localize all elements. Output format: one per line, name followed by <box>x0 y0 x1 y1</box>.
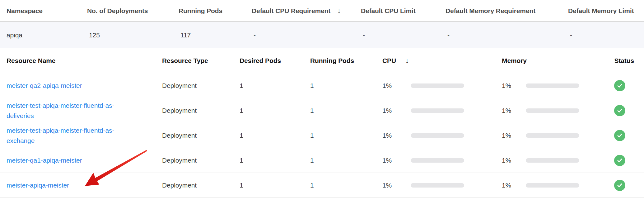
resource-type: Deployment <box>162 132 240 139</box>
status-healthy-icon <box>614 130 625 141</box>
table-row: meister-qa2-apiqa-meister Deployment 1 1… <box>0 73 644 98</box>
col-header-default-cpu-requirement-label: Default CPU Requirement <box>252 7 330 15</box>
memory-usage-bar <box>526 83 579 88</box>
cpu-usage-bar <box>411 158 464 163</box>
col-header-status[interactable]: Status <box>614 57 634 64</box>
col-header-deployments[interactable]: No. of Deployments <box>87 7 179 15</box>
desired-pods-value: 1 <box>240 132 310 139</box>
namespace-running-pods-count: 117 <box>179 31 252 39</box>
namespace-default-memory-requirement: - <box>446 31 568 39</box>
col-header-namespace[interactable]: Namespace <box>7 7 87 15</box>
namespace-deployments-view: Namespace No. of Deployments Running Pod… <box>0 0 644 200</box>
cpu-usage-bar <box>411 108 464 113</box>
col-header-resource-type[interactable]: Resource Type <box>162 57 240 64</box>
cpu-percent-value: 1% <box>382 107 400 114</box>
cpu-percent-value: 1% <box>382 182 400 189</box>
running-pods-value: 1 <box>310 182 382 189</box>
col-header-default-cpu-limit[interactable]: Default CPU Limit <box>361 7 446 15</box>
resource-link-meister-apiqa-meister[interactable]: meister-apiqa-meister <box>7 182 69 189</box>
resource-type: Deployment <box>162 107 240 114</box>
namespace-default-memory-limit: - <box>568 31 638 39</box>
namespace-table-header: Namespace No. of Deployments Running Pod… <box>0 0 644 22</box>
cpu-percent-value: 1% <box>382 157 400 164</box>
col-header-cpu[interactable]: CPU ↓ <box>382 57 502 65</box>
resource-link-meister-qa1-apiqa-meister[interactable]: meister-qa1-apiqa-meister <box>7 157 82 164</box>
memory-percent-value: 1% <box>502 182 519 189</box>
sort-descending-icon[interactable]: ↓ <box>405 57 409 65</box>
table-row: meister-apiqa-meister Deployment 1 1 1% … <box>0 173 644 198</box>
namespace-row-apiqa[interactable]: apiqa 125 117 - - - - <box>0 22 644 48</box>
col-header-default-memory-limit[interactable]: Default Memory Limit <box>568 7 638 15</box>
running-pods-value: 1 <box>310 132 382 139</box>
memory-percent-value: 1% <box>502 82 519 89</box>
memory-usage-bar <box>526 158 579 163</box>
namespace-deployments-count: 125 <box>87 31 179 39</box>
memory-percent-value: 1% <box>502 132 519 139</box>
table-row: meister-test-apiqa-meister-fluentd-as-ex… <box>0 123 644 148</box>
cpu-percent-value: 1% <box>382 82 400 89</box>
status-healthy-icon <box>614 80 625 91</box>
cpu-usage-bar <box>411 183 464 188</box>
memory-percent-value: 1% <box>502 157 519 164</box>
table-row: meister-qa1-apiqa-meister Deployment 1 1… <box>0 148 644 173</box>
namespace-name: apiqa <box>7 31 87 39</box>
desired-pods-value: 1 <box>240 182 310 189</box>
resource-type: Deployment <box>162 82 240 89</box>
col-header-default-memory-requirement[interactable]: Default Memory Requirement <box>446 7 568 15</box>
desired-pods-value: 1 <box>240 82 310 89</box>
running-pods-value: 1 <box>310 157 382 164</box>
memory-percent-value: 1% <box>502 107 519 114</box>
col-header-default-cpu-requirement[interactable]: Default CPU Requirement ↓ <box>252 7 361 15</box>
desired-pods-value: 1 <box>240 157 310 164</box>
status-healthy-icon <box>614 105 625 116</box>
memory-usage-bar <box>526 133 579 138</box>
resource-link-meister-test-apiqa-meister-fluentd-as-deliveries[interactable]: meister-test-apiqa-meister-fluentd-as-de… <box>7 102 114 119</box>
resource-type: Deployment <box>162 182 240 189</box>
running-pods-value: 1 <box>310 107 382 114</box>
running-pods-value: 1 <box>310 82 382 89</box>
col-header-memory[interactable]: Memory <box>502 57 614 64</box>
resource-link-meister-test-apiqa-meister-fluentd-as-exchange[interactable]: meister-test-apiqa-meister-fluentd-as-ex… <box>7 127 114 144</box>
status-healthy-icon <box>614 155 625 166</box>
namespace-default-cpu-limit: - <box>361 31 446 39</box>
status-healthy-icon <box>614 180 625 191</box>
namespace-default-cpu-requirement: - <box>252 31 361 39</box>
cpu-percent-value: 1% <box>382 132 400 139</box>
table-row: meister-test-apiqa-meister-fluentd-as-de… <box>0 98 644 123</box>
memory-usage-bar <box>526 108 579 113</box>
desired-pods-value: 1 <box>240 107 310 114</box>
sort-descending-icon[interactable]: ↓ <box>337 7 341 15</box>
col-header-resource-name[interactable]: Resource Name <box>7 57 162 64</box>
cpu-usage-bar <box>411 133 464 138</box>
resource-type: Deployment <box>162 157 240 164</box>
resource-table-header: Resource Name Resource Type Desired Pods… <box>0 48 644 73</box>
resource-link-meister-qa2-apiqa-meister[interactable]: meister-qa2-apiqa-meister <box>7 82 82 89</box>
cpu-usage-bar <box>411 83 464 88</box>
col-header-desired-pods[interactable]: Desired Pods <box>240 57 310 64</box>
memory-usage-bar <box>526 183 579 188</box>
col-header-running-pods[interactable]: Running Pods <box>179 7 252 15</box>
col-header-cpu-label: CPU <box>382 57 396 64</box>
col-header-running-pods-2[interactable]: Running Pods <box>310 57 382 64</box>
